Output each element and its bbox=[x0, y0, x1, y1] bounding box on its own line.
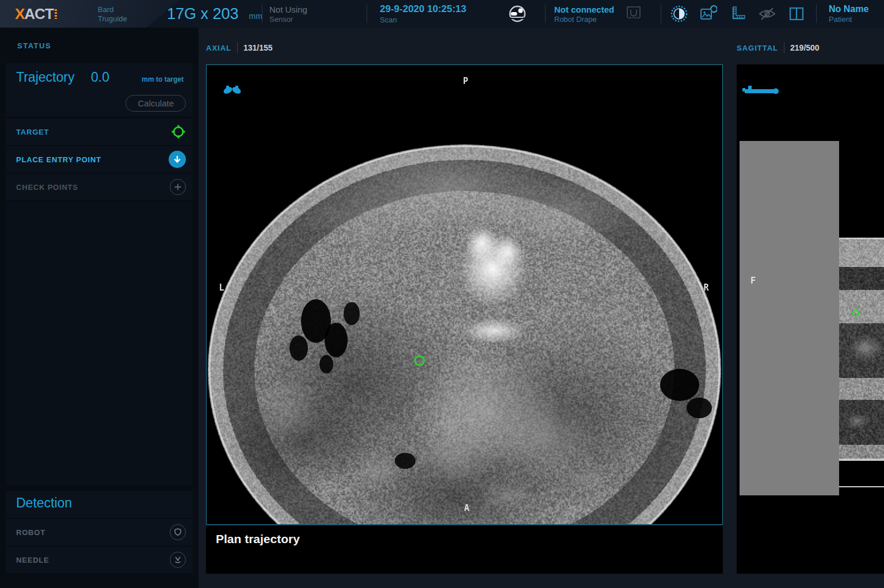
logo-act: ACT bbox=[24, 5, 53, 23]
patient-label: Patient bbox=[829, 15, 868, 24]
detection-title: Detection bbox=[16, 495, 72, 511]
needle-row-label: NEEDLE bbox=[16, 556, 49, 564]
sagittal-title: SAGITTAL bbox=[737, 44, 778, 52]
logo-x: X bbox=[15, 5, 24, 23]
step-row-target[interactable]: TARGET bbox=[6, 119, 193, 145]
scan-info: 29-9-2020 10:25:13 Scan bbox=[380, 0, 466, 28]
ruler-measure-icon[interactable] bbox=[728, 4, 748, 24]
target-icon bbox=[171, 124, 186, 139]
divider bbox=[237, 43, 238, 53]
divider bbox=[784, 43, 784, 53]
detection-row-needle[interactable]: NEEDLE bbox=[6, 547, 193, 573]
patient-name: No Name bbox=[829, 4, 868, 14]
step-row-check-points[interactable]: CHECK POINTS bbox=[6, 174, 193, 200]
axial-title: AXIAL bbox=[206, 44, 231, 52]
robot-row-label: ROBOT bbox=[16, 528, 45, 537]
patient-info: No Name Patient bbox=[829, 0, 868, 28]
divider bbox=[545, 5, 546, 23]
divider bbox=[816, 5, 817, 23]
split-layout-icon[interactable] bbox=[787, 4, 806, 24]
scanner-gantry-icon[interactable] bbox=[508, 4, 527, 24]
plan-trajectory-caption: Plan trajectory bbox=[216, 532, 300, 546]
sagittal-slice-counter: 219/500 bbox=[790, 43, 820, 52]
plus-icon bbox=[170, 179, 186, 195]
divider bbox=[367, 5, 367, 23]
sensor-status-line2: Sensor bbox=[269, 15, 307, 24]
sagittal-ct-image[interactable] bbox=[737, 64, 884, 574]
trajectory-unit: mm to target bbox=[142, 75, 184, 83]
tool-name-line2: Truguide bbox=[98, 14, 127, 23]
needle-icon bbox=[170, 552, 186, 568]
tool-name-line1: Bard bbox=[98, 5, 127, 14]
needle-size: 17G x 203 mm bbox=[167, 0, 262, 28]
tool-info: Bard Truguide bbox=[98, 0, 127, 28]
divider bbox=[262, 5, 262, 23]
check-points-step-label: CHECK POINTS bbox=[16, 183, 78, 192]
needle-size-unit: mm bbox=[249, 7, 262, 21]
divider bbox=[661, 5, 661, 23]
hide-overlays-eye-icon[interactable] bbox=[757, 4, 777, 24]
arrow-down-icon bbox=[169, 151, 186, 168]
scan-datetime: 29-9-2020 10:25:13 bbox=[380, 3, 466, 15]
xact-logo: XACT bbox=[15, 5, 57, 23]
axial-caption-strip: Plan trajectory bbox=[206, 526, 723, 574]
trajectory-value: 0.0 bbox=[91, 70, 109, 85]
detection-row-robot[interactable]: ROBOT bbox=[6, 519, 193, 545]
status-section-label: STATUS bbox=[17, 41, 51, 50]
check-points-list bbox=[6, 201, 193, 485]
entry-point-step-label: PLACE ENTRY POINT bbox=[16, 155, 101, 164]
target-step-label: TARGET bbox=[16, 128, 49, 136]
axial-viewport bbox=[206, 64, 723, 525]
shield-icon bbox=[170, 524, 186, 540]
scan-label: Scan bbox=[380, 16, 466, 24]
detection-panel: Detection bbox=[6, 491, 193, 518]
calculate-button[interactable]: Calculate bbox=[125, 95, 186, 112]
drape-status-line1: Not connected bbox=[554, 5, 614, 14]
needle-size-value: 17G x 203 bbox=[167, 5, 239, 23]
window-level-contrast-icon[interactable] bbox=[669, 4, 689, 24]
axial-header: AXIAL 131/155 bbox=[206, 40, 273, 55]
sensor-status-line1: Not Using bbox=[269, 5, 307, 14]
sidebar: STATUS Trajectory 0.0 mm to target Calcu… bbox=[0, 28, 199, 588]
reset-image-icon[interactable] bbox=[698, 4, 718, 24]
logo-dots-icon bbox=[55, 9, 57, 19]
sagittal-header: SAGITTAL 219/500 bbox=[737, 40, 820, 55]
sagittal-viewport bbox=[737, 64, 884, 574]
step-row-place-entry-point[interactable]: PLACE ENTRY POINT bbox=[6, 146, 193, 173]
top-bar: XACT Bard Truguide 17G x 203 mm Not Usin… bbox=[0, 0, 884, 28]
drape-status-line2: Robot Drape bbox=[554, 15, 614, 24]
axial-ct-image[interactable] bbox=[207, 65, 722, 524]
sensor-status: Not Using Sensor bbox=[269, 0, 307, 28]
drape-icon bbox=[624, 4, 643, 24]
robot-drape-status: Not connected Robot Drape bbox=[554, 0, 614, 28]
trajectory-panel: Trajectory 0.0 mm to target Calculate bbox=[6, 63, 193, 116]
xact-application-window: XACT Bard Truguide 17G x 203 mm Not Usin… bbox=[0, 0, 884, 588]
trajectory-label: Trajectory bbox=[16, 70, 74, 85]
axial-slice-counter: 131/155 bbox=[243, 43, 273, 52]
